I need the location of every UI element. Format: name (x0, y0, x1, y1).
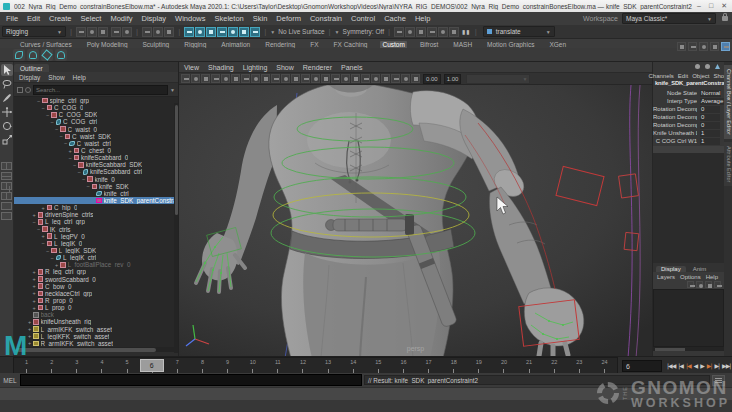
outliner-item[interactable]: + L_footBallPlace_rev_0 (14, 261, 178, 268)
outliner-item[interactable]: back (14, 311, 178, 318)
lock-workspace-icon[interactable] (722, 16, 728, 21)
redo-icon[interactable] (122, 27, 132, 37)
select-hierarchy-icon[interactable] (142, 27, 152, 37)
outliner-item[interactable]: knife_SDK_parentConstraint2 (14, 197, 178, 204)
outliner-item[interactable]: + C_chest_0 (14, 147, 178, 154)
search-input[interactable] (33, 85, 168, 95)
shelf-tab[interactable]: Motion Graphics (485, 41, 536, 48)
shelf-tab[interactable]: Rendering (263, 41, 297, 48)
channel-value[interactable]: 1 (700, 130, 720, 137)
film-gate-icon[interactable] (261, 74, 270, 83)
expand-toggle[interactable]: + (40, 205, 47, 211)
minimize-button[interactable]: – (697, 2, 701, 10)
menu-item[interactable]: Deform (276, 14, 301, 23)
menu-item[interactable]: Select (81, 14, 102, 23)
menu-item[interactable]: Help (415, 14, 430, 23)
expand-toggle[interactable]: − (40, 240, 47, 246)
outliner-item[interactable]: − C_waist_0 (14, 126, 178, 133)
expand-toggle[interactable]: − (67, 155, 74, 161)
timeline-frame[interactable]: 9 (215, 358, 240, 373)
timeline-frame[interactable]: 4 (89, 358, 114, 373)
shelf-tab[interactable]: Bifrost (418, 41, 440, 48)
menu-item[interactable]: Constrain (310, 14, 342, 23)
shelf-tab[interactable]: MASH (451, 41, 474, 48)
expand-toggle[interactable]: − (35, 98, 42, 104)
step-back-key-button[interactable]: |◀ (685, 362, 692, 369)
graph-icon[interactable] (714, 63, 721, 70)
menu-item[interactable]: Show (48, 74, 64, 81)
key-icon[interactable] (704, 63, 711, 70)
timeline-frame[interactable]: 24 (592, 358, 617, 373)
menu-item[interactable]: Edit (678, 73, 688, 79)
play-forward-button[interactable]: ▶ (699, 362, 705, 369)
menu-item[interactable]: Panels (341, 64, 362, 71)
expand-toggle[interactable]: − (49, 255, 56, 261)
outliner-item[interactable]: − C_waist_SDK (14, 133, 178, 140)
render-view-icon[interactable] (394, 27, 404, 37)
menu-item[interactable]: File (6, 14, 18, 23)
expand-toggle[interactable]: − (71, 162, 78, 168)
outliner-item[interactable]: − C_COG_ctrl (14, 118, 178, 125)
outliner-item[interactable]: − L_legIK_ctrl (14, 254, 178, 261)
pause-viewport-icon[interactable]: ▮▮ (462, 28, 471, 35)
timeline-frame[interactable]: 21 (517, 358, 542, 373)
menu-item[interactable]: Modify (110, 14, 132, 23)
selection-input-dropdown[interactable]: translate ▼ (483, 26, 555, 37)
expand-toggle[interactable]: + (31, 290, 38, 296)
select-component-icon[interactable] (164, 27, 174, 37)
timeline-frame[interactable]: 7 (165, 358, 190, 373)
gamma-field[interactable]: 1.00 (444, 74, 462, 84)
symmetry-label[interactable]: Symmetry: Off (343, 28, 384, 35)
camera-attributes-icon[interactable] (201, 74, 210, 83)
current-frame-marker[interactable]: 6 (140, 359, 164, 372)
expand-toggle[interactable]: − (62, 140, 69, 146)
modeling-toolkit-icon[interactable] (677, 42, 686, 51)
channel-row[interactable]: Rotation Decompositi 0 (653, 105, 724, 113)
timeline-track[interactable]: 1 2 3 4 5 6 7 (13, 357, 618, 374)
expand-toggle[interactable]: + (31, 212, 38, 218)
channel-box-icon[interactable] (721, 42, 730, 51)
screen-space-ao-icon[interactable] (371, 74, 380, 83)
shelf-tab[interactable]: Rigging (182, 41, 208, 48)
timeline-frame[interactable]: 23 (567, 358, 592, 373)
menu-item[interactable]: Renderer (303, 64, 332, 71)
wireframe-icon[interactable] (321, 74, 330, 83)
outliner-item[interactable]: − spine_ctrl_grp (14, 97, 178, 104)
single-pane-layout[interactable] (1, 162, 12, 170)
expand-toggle[interactable]: + (40, 233, 47, 239)
menu-item[interactable]: Shading (208, 64, 234, 71)
step-forward-frame-button[interactable]: ▶| (713, 362, 720, 369)
xray-icon[interactable] (411, 74, 420, 83)
expand-toggle[interactable]: − (80, 176, 87, 182)
expand-toggle[interactable]: − (31, 219, 38, 225)
snap-grid-icon[interactable] (184, 27, 194, 37)
outliner-item[interactable]: knife_ctrl (14, 190, 178, 197)
snap-point-icon[interactable] (206, 27, 216, 37)
timeline-frame[interactable]: 11 (265, 358, 290, 373)
isolate-select-icon[interactable] (401, 74, 410, 83)
expand-toggle[interactable]: − (53, 126, 60, 132)
timeline-frame[interactable]: 17 (416, 358, 441, 373)
select-camera-icon[interactable] (181, 74, 190, 83)
menu-item[interactable]: Cache (384, 14, 406, 23)
close-button[interactable]: ✕ (721, 2, 727, 10)
layer-new-icon[interactable] (696, 281, 703, 288)
shelf-tab[interactable]: Animation (219, 41, 252, 48)
render-frame-icon[interactable] (405, 27, 415, 37)
timeline-frame[interactable]: 3 (64, 358, 89, 373)
snap-center-icon[interactable] (239, 27, 249, 37)
outliner-item[interactable]: + R_armIKFK_switch_asset (14, 340, 178, 347)
outliner-item[interactable]: − L_leg_ctrl_grp (14, 218, 178, 225)
chevron-down-icon[interactable]: ▼ (270, 29, 275, 35)
timeline-frame[interactable]: 16 (391, 358, 416, 373)
snap-curve-icon[interactable] (195, 27, 205, 37)
snap-projected-center-icon[interactable] (217, 27, 227, 37)
outliner-item[interactable]: − C_COG_0 (14, 104, 178, 111)
grid-icon[interactable] (251, 74, 260, 83)
resolution-gate-icon[interactable] (271, 74, 280, 83)
outliner-item[interactable]: + R_leg_ctrl_grp (14, 268, 178, 275)
workspace-dropdown[interactable]: Maya Classic*▼ (622, 13, 716, 24)
hypershade-icon[interactable] (438, 27, 448, 37)
chevron-down-icon[interactable]: ▼ (170, 87, 175, 93)
layer-list-scrollbar[interactable] (653, 347, 724, 351)
